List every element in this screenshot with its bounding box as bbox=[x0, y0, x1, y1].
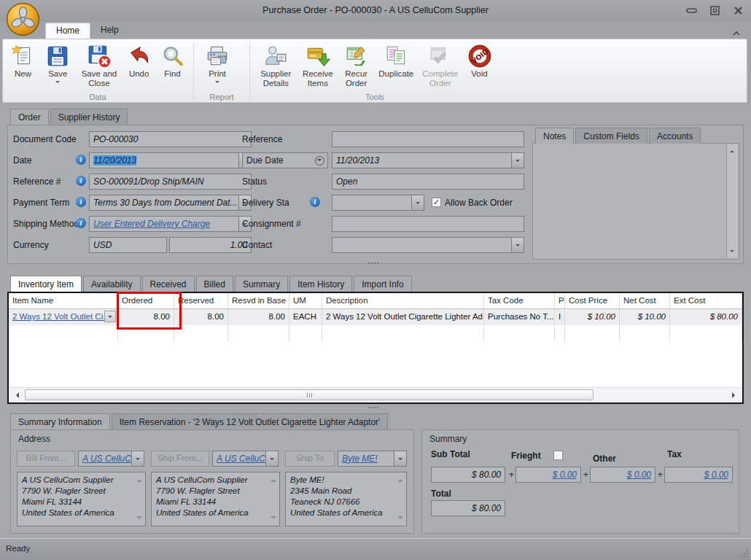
ship-to-address-text[interactable]: Byte ME! 2345 Main Road Teaneck NJ 07666… bbox=[285, 472, 407, 526]
col-reserved[interactable]: Reserved bbox=[174, 293, 228, 309]
tab-supplier-history[interactable]: Supplier History bbox=[50, 109, 128, 125]
col-um[interactable]: UM bbox=[289, 293, 322, 309]
tab-availability[interactable]: Availability bbox=[83, 276, 140, 292]
cell-reserved[interactable]: 8.00 bbox=[174, 309, 228, 325]
scroll-up-icon[interactable] bbox=[397, 476, 403, 482]
notes-textarea[interactable] bbox=[532, 143, 739, 260]
scroll-down-icon[interactable] bbox=[136, 516, 142, 522]
scroll-down-icon[interactable] bbox=[730, 250, 734, 254]
save-and-close-button[interactable]: Save and Close bbox=[76, 42, 122, 88]
due-date-selector[interactable]: Due Date bbox=[242, 152, 328, 168]
col-item-name[interactable]: Item Name bbox=[9, 293, 118, 309]
reference-num-info-icon[interactable]: i bbox=[76, 176, 86, 186]
recur-order-button[interactable]: Recur Order bbox=[338, 42, 375, 88]
tax-amount-link[interactable]: $ 0.00 bbox=[704, 470, 728, 480]
tab-accounts[interactable]: Accounts bbox=[649, 128, 701, 144]
currency-code-field[interactable]: USD bbox=[89, 237, 167, 253]
scrollbar-thumb[interactable] bbox=[25, 389, 594, 400]
tab-inventory-item[interactable]: Inventory Item bbox=[10, 276, 82, 292]
app-logo[interactable] bbox=[6, 2, 40, 36]
find-button[interactable]: Find bbox=[155, 42, 190, 79]
save-button[interactable]: Save bbox=[40, 42, 76, 85]
delivery-status-dropdown-button[interactable] bbox=[411, 195, 424, 211]
freight-field[interactable]: $ 0.00 bbox=[515, 467, 581, 483]
cell-tax-code[interactable]: Purchases No T... bbox=[484, 309, 555, 325]
cell-item-name[interactable]: 2 Ways 12 Volt Outlet Ci... bbox=[9, 309, 118, 325]
bill-from-link[interactable]: A US CelluCom Su bbox=[82, 454, 132, 464]
scroll-down-icon[interactable] bbox=[271, 516, 276, 522]
cell-ordered[interactable]: 8.00 bbox=[118, 309, 174, 325]
cell-ext-cost[interactable]: $ 80.00 bbox=[670, 309, 742, 325]
cell-net-cost[interactable]: $ 10.00 bbox=[620, 309, 670, 325]
void-button[interactable]: VOID Void bbox=[463, 42, 496, 79]
shipping-method-info-icon[interactable]: i bbox=[76, 218, 86, 228]
freight-amount-link[interactable]: $ 0.00 bbox=[553, 470, 577, 480]
tab-home[interactable]: Home bbox=[45, 23, 90, 39]
supplier-details-button[interactable]: Supplier Details bbox=[254, 42, 298, 88]
allow-back-order-checkbox[interactable]: ✓ bbox=[432, 198, 441, 207]
new-button[interactable]: New bbox=[6, 42, 40, 79]
status-field[interactable]: Open bbox=[332, 174, 524, 190]
cell-description[interactable]: 2 Ways 12 Volt Outlet Cigarette Lighter … bbox=[322, 309, 484, 325]
cell-resvd-in-base[interactable]: 8.00 bbox=[228, 309, 289, 325]
col-resvd-in-base[interactable]: Resvd in Base bbox=[228, 293, 289, 309]
undo-button[interactable]: Undo bbox=[122, 42, 155, 79]
col-cost-price[interactable]: Cost Price bbox=[565, 293, 620, 309]
scroll-down-icon[interactable] bbox=[397, 516, 403, 522]
tab-custom-fields[interactable]: Custom Fields bbox=[575, 128, 647, 144]
minimize-button[interactable] bbox=[685, 6, 697, 15]
date-field[interactable]: 11/20/2013 bbox=[89, 152, 239, 168]
ship-from-address-text[interactable]: A US CelluCom Supplier 7790 W. Flagler S… bbox=[151, 472, 280, 526]
col-p[interactable]: P bbox=[555, 293, 565, 309]
item-name-link[interactable]: 2 Ways 12 Volt Outlet Ci... bbox=[12, 312, 110, 321]
other-amount-link[interactable]: $ 0.00 bbox=[627, 470, 651, 480]
reference-num-field[interactable]: SO-000091/Drop Ship/MAIN bbox=[89, 174, 252, 190]
tax-field[interactable]: $ 0.00 bbox=[664, 467, 733, 483]
tab-item-reservation[interactable]: Item Reservation - '2 Ways 12 Volt Outle… bbox=[112, 413, 389, 429]
consignment-field[interactable] bbox=[332, 216, 524, 232]
ship-to-link[interactable]: Byte ME! bbox=[342, 454, 378, 464]
scroll-up-icon[interactable] bbox=[271, 476, 276, 482]
bill-from-combo[interactable]: A US CelluCom Su bbox=[78, 451, 132, 467]
close-button[interactable] bbox=[732, 6, 744, 15]
tab-summary[interactable]: Summary bbox=[235, 276, 288, 292]
scroll-left-icon[interactable] bbox=[13, 392, 19, 398]
due-date-field[interactable]: 11/20/2013 bbox=[332, 152, 512, 168]
cell-cost-price[interactable]: $ 10.00 bbox=[565, 309, 620, 325]
ship-from-combo[interactable]: A US CelluCom Su bbox=[212, 451, 266, 467]
ship-to-dropdown-button[interactable] bbox=[394, 451, 407, 467]
shipping-method-field[interactable]: User Entered Delivery Charge bbox=[89, 216, 239, 232]
tab-summary-information[interactable]: Summary Information bbox=[10, 413, 110, 429]
item-name-dropdown-button[interactable] bbox=[104, 311, 116, 322]
shipping-method-link[interactable]: User Entered Delivery Charge bbox=[93, 219, 210, 229]
splitter-handle[interactable] bbox=[368, 262, 370, 264]
ship-from-dropdown-button[interactable] bbox=[265, 451, 279, 467]
receive-items-button[interactable]: Receive Items bbox=[298, 42, 338, 88]
other-field[interactable]: $ 0.00 bbox=[590, 467, 655, 483]
col-net-cost[interactable]: Net Cost bbox=[620, 293, 670, 309]
cell-p[interactable]: I bbox=[555, 309, 565, 325]
bill-from-dropdown-button[interactable] bbox=[131, 451, 144, 467]
col-description[interactable]: Description bbox=[322, 293, 484, 309]
splitter-handle[interactable] bbox=[368, 407, 370, 408]
col-ext-cost[interactable]: Ext Cost bbox=[670, 293, 742, 309]
payment-term-info-icon[interactable]: i bbox=[76, 197, 86, 207]
restore-button[interactable] bbox=[709, 6, 720, 15]
date-info-icon[interactable]: i bbox=[76, 155, 86, 165]
ribbon-collapse-icon[interactable] bbox=[732, 26, 741, 39]
col-ordered[interactable]: Ordered bbox=[118, 293, 174, 309]
tab-item-history[interactable]: Item History bbox=[289, 276, 352, 292]
tab-notes[interactable]: Notes bbox=[535, 128, 574, 144]
payment-term-field[interactable]: Terms 30 Days from Document Dat... bbox=[89, 195, 239, 211]
ship-to-combo[interactable]: Byte ME! bbox=[338, 451, 394, 467]
tab-order[interactable]: Order bbox=[10, 109, 49, 125]
due-date-dropdown-button[interactable] bbox=[511, 152, 524, 168]
duplicate-button[interactable]: Duplicate bbox=[375, 42, 418, 79]
tab-billed[interactable]: Billed bbox=[196, 276, 233, 292]
bill-from-button[interactable]: Bill From... bbox=[17, 451, 75, 467]
ship-from-link[interactable]: A US CelluCom Su bbox=[217, 454, 266, 464]
print-button[interactable]: Print bbox=[198, 42, 237, 85]
tab-help[interactable]: Help bbox=[90, 23, 129, 39]
cell-um[interactable]: EACH bbox=[289, 309, 322, 325]
scroll-right-icon[interactable] bbox=[732, 392, 738, 398]
